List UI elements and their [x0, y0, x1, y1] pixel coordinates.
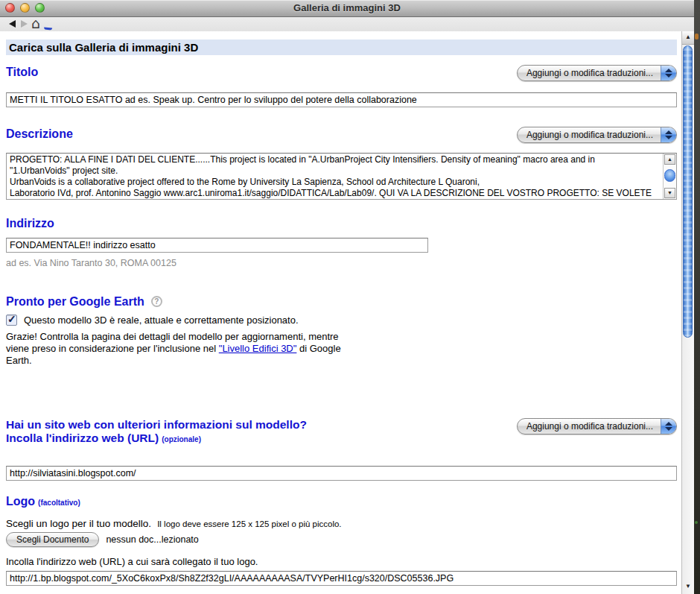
vertical-scrollbar[interactable]: ▲ ▼	[681, 31, 694, 594]
scroll-up-arrow-icon[interactable]: ▲	[682, 31, 694, 45]
dropdown-selected-label: Aggiungi o modifica traduzioni...	[518, 66, 661, 80]
descrizione-textarea[interactable]: PROGETTO: ALLA FINE I DATI DEL CLIENTE..…	[7, 154, 663, 199]
scroll-up-arrow-icon[interactable]: ▲	[664, 154, 675, 165]
descrizione-translations-dropdown[interactable]: Aggiungi o modifica traduzioni...	[517, 127, 677, 143]
desktop-icon-fragment	[695, 34, 699, 40]
scroll-down-arrow-icon[interactable]: ▼	[682, 581, 694, 593]
google-earth-note: Grazie! Controlla la pagina dei dettagli…	[6, 331, 359, 367]
logo-url-input[interactable]	[6, 571, 677, 586]
loading-indicator	[44, 27, 52, 30]
textarea-scrollbar[interactable]: ▲ ▼	[663, 154, 676, 199]
dropdown-selected-label: Aggiungi o modifica traduzioni...	[518, 419, 661, 434]
page-title: Carica sulla Galleria di immagini 3D	[6, 40, 677, 55]
descrizione-textarea-frame: PROGETTO: ALLA FINE I DATI DEL CLIENTE..…	[6, 153, 677, 200]
home-icon[interactable]: ⌂	[31, 15, 40, 31]
titolo-input[interactable]	[6, 92, 677, 107]
window-titlebar[interactable]: Galleria di immagini 3D	[0, 0, 694, 17]
dropdown-selected-label: Aggiungi o modifica traduzioni...	[518, 127, 661, 142]
no-file-selected-text: nessun doc...lezionato	[106, 534, 198, 545]
chevron-up-down-icon	[661, 127, 676, 142]
google-earth-checkbox[interactable]: ✓	[6, 315, 17, 326]
scrollbar-thumb[interactable]	[683, 45, 693, 338]
checkmark-icon: ✓	[7, 313, 16, 325]
optional-tag: (facoltativo)	[38, 499, 80, 507]
optional-tag: (opzionale)	[162, 435, 201, 443]
website-translations-dropdown[interactable]: Aggiungi o modifica traduzioni...	[517, 418, 677, 435]
forward-icon[interactable]	[21, 20, 28, 28]
chevron-up-down-icon	[661, 66, 676, 80]
chevron-up-down-icon	[661, 419, 676, 434]
browser-toolbar: ⌂	[0, 17, 694, 32]
logo-size-note: Il logo deve essere 125 x 125 pixel o pi…	[157, 519, 341, 528]
website-heading-line1: Hai un sito web con ulteriori informazio…	[6, 418, 307, 432]
logo-heading: Logo	[6, 494, 35, 508]
indirizzo-hint: ad es. Via Nino Taranto 30, ROMA 00125	[6, 258, 677, 268]
titolo-heading: Titolo	[6, 65, 38, 79]
help-icon[interactable]: ?	[151, 296, 162, 307]
choose-file-button[interactable]: Scegli Documento	[6, 532, 99, 547]
website-heading-line2: Incolla l'indirizzo web (URL)(opzionale)	[6, 432, 307, 446]
google-earth-heading: Pronto per Google Earth	[6, 294, 144, 309]
textarea-scrollbar-thumb[interactable]	[664, 169, 675, 182]
google-earth-checkbox-label: Questo modello 3D è reale, attuale e cor…	[24, 315, 299, 326]
browser-window: Galleria di immagini 3D ⌂ Carica sulla G…	[0, 0, 694, 594]
logo-url-label: Incolla l'indirizzo web (URL) a cui sarà…	[6, 556, 677, 567]
upload-form: Carica sulla Galleria di immagini 3D Tit…	[0, 31, 681, 594]
website-heading: Hai un sito web con ulteriori informazio…	[6, 418, 307, 446]
logo-choose-line: Scegli un logo per il tuo modello.Il log…	[6, 518, 677, 529]
window-title: Galleria di immagini 3D	[0, 0, 694, 16]
descrizione-heading: Descrizione	[6, 127, 73, 141]
indirizzo-input[interactable]	[6, 238, 428, 253]
back-icon[interactable]	[9, 20, 16, 28]
desktop-icon-fragment	[695, 521, 698, 524]
logo-choose-text: Scegli un logo per il tuo modello.	[6, 518, 151, 529]
titolo-translations-dropdown[interactable]: Aggiungi o modifica traduzioni...	[517, 65, 677, 81]
indirizzo-heading: Indirizzo	[6, 216, 677, 230]
scroll-down-arrow-icon[interactable]: ▼	[664, 188, 675, 198]
livello-edifici-link[interactable]: "Livello Edifici 3D"	[219, 343, 297, 354]
website-url-input[interactable]	[6, 466, 677, 481]
